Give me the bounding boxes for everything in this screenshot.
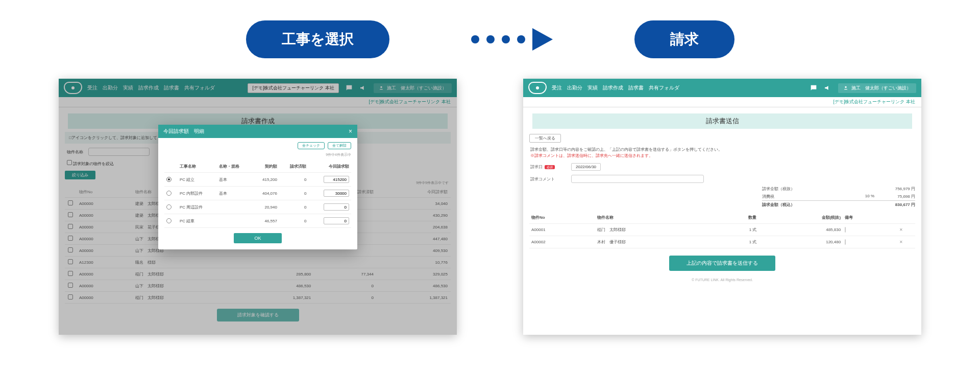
amount-input[interactable]	[324, 203, 349, 211]
remove-icon[interactable]: ✕	[899, 240, 903, 244]
step-flow: 工事を選択 請求	[0, 0, 980, 74]
row-radio[interactable]	[166, 218, 172, 223]
amount-input[interactable]	[324, 176, 349, 183]
nav-item[interactable]: 請求書	[628, 84, 644, 91]
app-header: 受注 出勤分 実績 請求作成 請求書 共有フォルダ 施工 健太郎（すごい施設）	[523, 79, 921, 97]
table-row: PC 周辺設件20,9400	[164, 200, 351, 214]
required-badge: 必須	[545, 165, 555, 169]
chat-icon[interactable]	[810, 84, 818, 92]
table-row: A00002木村 優子様邸1 式 120,480 ✕	[529, 236, 915, 248]
modal-title: 今回請求額 明細	[163, 128, 204, 135]
comment-label: 請求コメント	[530, 176, 566, 182]
table-row: PC 内部設件基本404,0760	[164, 187, 351, 200]
date-label: 請求日必須	[530, 164, 566, 170]
totals-block: 請求金額（税抜）756,979 円 消費税10 %75,698 円 請求金額（税…	[762, 185, 915, 209]
nav-item[interactable]: 実績	[587, 84, 598, 91]
copyright: © FUTURE LINK. All Rights Reserved.	[529, 275, 915, 288]
bill-detail-modal: 今回請求額 明細 × 全チェック 全て解除 9件中4件表示中 工事名称 名称・規…	[158, 125, 357, 249]
user-name: 施工 健太郎（すごい施設）	[851, 85, 911, 91]
user-icon	[843, 85, 848, 90]
memo-input[interactable]	[845, 227, 846, 233]
nav-item[interactable]: 共有フォルダ	[649, 84, 679, 91]
row-radio[interactable]	[166, 177, 172, 182]
dot-icon	[517, 35, 525, 43]
flow-arrow	[471, 28, 553, 51]
uncheck-all-button[interactable]: 全て解除	[328, 142, 351, 149]
nav-item[interactable]: 請求作成	[603, 84, 623, 91]
megaphone-icon[interactable]	[824, 84, 832, 92]
svg-point-1	[845, 86, 846, 88]
user-menu[interactable]: 施工 健太郎（すごい施設）	[838, 83, 916, 93]
send-invoice-button[interactable]: 上記の内容で請求書を送信する	[669, 256, 775, 271]
invoice-comment-input[interactable]	[571, 175, 704, 183]
nav-item[interactable]: 受注	[552, 84, 562, 91]
amount-input[interactable]	[324, 190, 349, 197]
screenshot-send-invoice: 受注 出勤分 実績 請求作成 請求書 共有フォルダ 施工 健太郎（すごい施設） …	[523, 79, 921, 335]
step-pill-right: 請求	[634, 20, 734, 58]
main-nav: 受注 出勤分 実績 請求作成 請求書 共有フォルダ	[552, 84, 679, 91]
app-logo-icon	[528, 82, 547, 94]
instruction-note: 請求金額、請求日等の内容をご確認の上、「上記の内容で請求書を送信する」ボタンを押…	[529, 145, 915, 161]
table-row: PC 組立基本415,2000	[164, 173, 351, 187]
step-pill-left: 工事を選択	[246, 20, 389, 58]
row-radio[interactable]	[166, 191, 172, 196]
arrowhead-icon	[532, 28, 553, 51]
page-title: 請求書送信	[532, 113, 912, 129]
modal-count: 9件中4件表示中	[164, 151, 351, 160]
remove-icon[interactable]: ✕	[899, 227, 903, 232]
amount-input[interactable]	[324, 217, 349, 224]
dot-icon	[486, 35, 495, 43]
table-row: PC 組車46,5570	[164, 214, 351, 228]
invoice-date-input[interactable]: 2022/06/30	[571, 163, 601, 171]
sub-org-bar: [デモ]株式会社フューチャーリンク 本社	[523, 97, 921, 107]
ok-button[interactable]: OK	[234, 233, 281, 243]
close-icon[interactable]: ×	[349, 128, 352, 135]
check-all-button[interactable]: 全チェック	[298, 142, 325, 149]
back-button[interactable]: 一覧へ戻る	[529, 134, 561, 143]
screenshot-select-construction: 受注 出勤分 実績 請求作成 請求書 共有フォルダ [デモ]株式会社フューチャー…	[59, 79, 457, 335]
modal-table: 工事名称 名称・規格 契約額 請求済額 今回請求額 PC 組立基本415,200…	[164, 160, 351, 228]
invoice-items-table: 物件No 物件名称 数量 金額(税抜) 備考 A00001稲门 太郎様邸1 式 …	[529, 212, 915, 248]
table-row: A00001稲门 太郎様邸1 式 485,830 ✕	[529, 224, 915, 236]
memo-input[interactable]	[845, 239, 846, 245]
nav-item[interactable]: 出勤分	[567, 84, 582, 91]
dot-icon	[502, 35, 510, 43]
row-radio[interactable]	[166, 204, 172, 210]
dot-icon	[471, 35, 479, 43]
